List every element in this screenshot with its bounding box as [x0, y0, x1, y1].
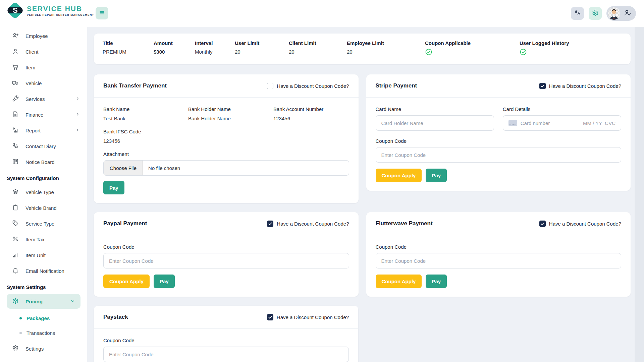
- bank-coupon-checkbox-row[interactable]: Have a Discount Coupon Code?: [267, 83, 349, 89]
- language-button[interactable]: [571, 7, 584, 20]
- sidebar: Employee Client Item Vehicle Services Fi…: [0, 0, 87, 362]
- payment-cards-row-1: Bank Transfer Payment Have a Discount Co…: [94, 74, 631, 203]
- sidebar-item-transactions[interactable]: Transactions: [0, 325, 87, 340]
- sidebar-toggle-button[interactable]: [96, 7, 108, 19]
- checkbox-icon[interactable]: [267, 83, 273, 89]
- coupon-code-input[interactable]: [103, 253, 349, 268]
- bank-transfer-card: Bank Transfer Payment Have a Discount Co…: [94, 74, 359, 203]
- sidebar-item-label: Vehicle Brand: [25, 205, 57, 211]
- sidebar-item-item[interactable]: Item: [0, 60, 87, 75]
- card-title: Stripe Payment: [376, 82, 417, 89]
- coupon-apply-button[interactable]: Coupon Apply: [103, 275, 150, 288]
- card-number-input[interactable]: Card number MM / YY CVC: [503, 115, 621, 131]
- sidebar-item-label: Services: [25, 96, 45, 102]
- person-plus-icon: [12, 32, 19, 40]
- bullet-icon: [19, 317, 22, 319]
- sidebar-item-label: Transactions: [26, 330, 55, 336]
- sidebar-item-service-type[interactable]: Service Type: [0, 216, 87, 232]
- sidebar-item-label: Item Tax: [25, 237, 44, 242]
- card-expiry-cvc-hint: MM / YY CVC: [583, 120, 615, 126]
- sidebar-item-services[interactable]: Services: [0, 91, 87, 107]
- sidebar-item-label: Vehicle Type: [25, 189, 54, 195]
- checkbox-label: Have a Discount Coupon Code?: [549, 83, 621, 89]
- stripe-coupon-checkbox-row[interactable]: Have a Discount Coupon Code?: [539, 83, 621, 89]
- summary-field-user-limit: User Limit 20: [235, 40, 289, 57]
- sidebar-item-vehicle-brand[interactable]: Vehicle Brand: [0, 200, 87, 216]
- card-title: Paystack: [103, 314, 128, 320]
- summary-field-amount: Amount $300: [154, 40, 195, 57]
- coupon-apply-button[interactable]: Coupon Apply: [376, 169, 422, 182]
- profile-menu[interactable]: [606, 6, 636, 21]
- bullet-icon: [19, 332, 22, 334]
- sidebar-item-label: Packages: [26, 315, 50, 321]
- sidebar-item-label: Notice Board: [25, 159, 55, 165]
- header-actions: [571, 6, 636, 21]
- sidebar-item-label: Finance: [25, 112, 43, 118]
- sidebar-item-finance[interactable]: Finance: [0, 107, 87, 123]
- summary-field-client-limit: Client Limit 20: [289, 40, 347, 57]
- sidebar-item-contact-diary[interactable]: Contact Diary: [0, 138, 87, 154]
- sidebar-item-settings[interactable]: Settings: [0, 341, 87, 357]
- sidebar-item-vehicle-type[interactable]: Vehicle Type: [0, 184, 87, 200]
- flutterwave-pay-button[interactable]: Pay: [426, 275, 447, 288]
- package-summary-card: Title PREMIUM Amount $300 Interval Month…: [94, 34, 631, 64]
- summary-field-coupon-applicable: Coupon Applicable: [425, 40, 520, 57]
- bank-ifsc-field: Bank IFSC Code 123456: [103, 129, 349, 144]
- sidebar-item-vehicle[interactable]: Vehicle: [0, 75, 87, 91]
- checkbox-icon[interactable]: [539, 221, 546, 227]
- paystack-card: Paystack Have a Discount Coupon Code? Co…: [94, 306, 358, 362]
- app-window: S SERVICE HUB VEHICLE REPAIR CENTER MANA…: [0, 0, 644, 362]
- sidebar-item-report[interactable]: Report: [0, 123, 87, 138]
- settings-button[interactable]: [589, 7, 602, 20]
- coupon-code-input[interactable]: [103, 347, 349, 362]
- coupon-apply-button[interactable]: Coupon Apply: [376, 275, 422, 288]
- sidebar-item-item-tax[interactable]: Item Tax: [0, 232, 87, 247]
- chevron-right-icon: [75, 128, 80, 133]
- card-title: Bank Transfer Payment: [103, 82, 167, 89]
- paypal-pay-button[interactable]: Pay: [154, 275, 175, 288]
- sidebar-item-label: Email Notification: [25, 268, 64, 274]
- credit-card-icon: [508, 120, 517, 126]
- sidebar-item-client[interactable]: Client: [0, 44, 87, 60]
- sidebar-item-employee[interactable]: Employee: [0, 28, 87, 44]
- paypal-coupon-checkbox-row[interactable]: Have a Discount Coupon Code?: [267, 221, 349, 227]
- sidebar-item-label: Employee: [25, 33, 48, 39]
- card-holder-name-input[interactable]: [376, 115, 494, 131]
- stripe-pay-button[interactable]: Pay: [426, 169, 447, 182]
- check-circle-icon: [520, 48, 631, 57]
- bell-icon: [12, 267, 19, 275]
- sidebar-section-system-settings: System Settings: [0, 279, 87, 293]
- chevron-right-icon: [75, 112, 80, 118]
- coupon-code-input[interactable]: [376, 253, 622, 268]
- bank-name-field: Bank Name Test Bank: [103, 106, 188, 121]
- card-title: Flutterwave Payment: [376, 220, 433, 227]
- coupon-code-input[interactable]: [376, 147, 622, 163]
- person-icon: [12, 48, 19, 56]
- choose-file-button[interactable]: Choose File: [104, 161, 143, 175]
- clipboard-icon: [12, 204, 19, 212]
- bank-account-field: Bank Account Number 123456: [273, 106, 349, 121]
- scrollbar-track[interactable]: [635, 27, 644, 362]
- chevron-right-icon: [75, 96, 80, 102]
- checkbox-icon[interactable]: [267, 221, 273, 227]
- payment-cards-row-3: Paystack Have a Discount Coupon Code? Co…: [94, 306, 631, 362]
- sidebar-item-label: Item: [25, 65, 35, 70]
- sidebar-item-notice-board[interactable]: Notice Board: [0, 154, 87, 170]
- main-content: Title PREMIUM Amount $300 Interval Month…: [87, 27, 644, 362]
- flutterwave-coupon-checkbox-row[interactable]: Have a Discount Coupon Code?: [539, 221, 621, 227]
- checkbox-icon[interactable]: [539, 83, 546, 89]
- sidebar-item-pricing[interactable]: Pricing: [7, 294, 80, 309]
- sidebar-item-item-unit[interactable]: Item Unit: [0, 247, 87, 263]
- check-circle-icon: [425, 48, 520, 57]
- hamburger-icon: [99, 10, 105, 17]
- sidebar-item-label: Service Type: [25, 221, 54, 227]
- checkbox-label: Have a Discount Coupon Code?: [277, 83, 349, 89]
- sidebar-item-packages[interactable]: Packages: [0, 311, 87, 325]
- bank-pay-button[interactable]: Pay: [103, 181, 124, 194]
- paystack-coupon-checkbox-row[interactable]: Have a Discount Coupon Code?: [267, 314, 349, 320]
- card-title: Paypal Payment: [103, 220, 147, 227]
- sidebar-item-label: Client: [25, 49, 38, 55]
- checkbox-icon[interactable]: [267, 314, 273, 320]
- sidebar-item-email-notification[interactable]: Email Notification: [0, 263, 87, 279]
- attachment-file-input[interactable]: Choose File No file chosen: [103, 160, 349, 176]
